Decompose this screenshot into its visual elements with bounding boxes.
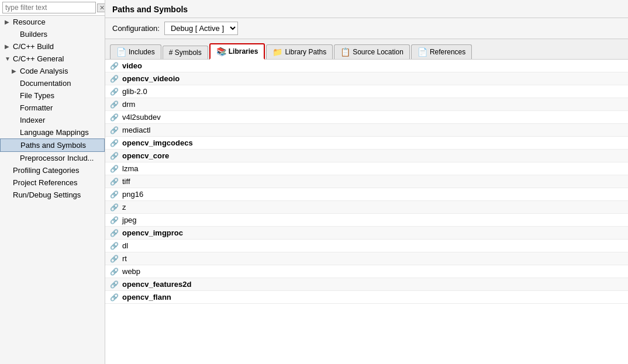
sidebar-item-run-debug-settings[interactable]: Run/Debug Settings [0, 189, 105, 201]
library-name: rt [122, 254, 127, 263]
sidebar-item-cpp-general[interactable]: ▼C/C++ General [0, 53, 105, 65]
library-name: png16 [122, 190, 143, 199]
list-item[interactable]: 🔗opencv_videoio [105, 72, 628, 85]
library-icon: 🔗 [110, 280, 119, 289]
sidebar-item-project-references[interactable]: Project References [0, 176, 105, 189]
filter-box: ✕ [0, 0, 105, 16]
library-icon: 🔗 [110, 152, 119, 160]
sidebar-item-language-mappings[interactable]: Language Mappings [0, 126, 105, 138]
library-icon: 🔗 [110, 113, 119, 122]
sidebar-item-label: Run/Debug Settings [13, 190, 81, 199]
sidebar-item-label: File Types [20, 91, 54, 100]
library-list: 🔗video🔗opencv_videoio🔗glib-2.0🔗drm🔗v4l2s… [105, 60, 628, 364]
library-name: webp [122, 267, 140, 276]
sidebar-item-label: C/C++ General [13, 54, 64, 63]
sidebar-item-file-types[interactable]: File Types [0, 89, 105, 102]
tab-references[interactable]: 📄References [411, 44, 472, 59]
sidebar-item-code-analysis[interactable]: ▶Code Analysis [0, 65, 105, 77]
library-icon: 🔗 [110, 229, 119, 237]
sidebar-item-formatter[interactable]: Formatter [0, 102, 105, 114]
source-location-tab-icon: 📋 [340, 47, 350, 57]
sidebar-item-cpp-build[interactable]: ▶C/C++ Build [0, 40, 105, 53]
sidebar-item-documentation[interactable]: Documentation [0, 77, 105, 89]
list-item[interactable]: 🔗opencv_imgcodecs [105, 137, 628, 150]
sidebar-item-builders[interactable]: Builders [0, 28, 105, 40]
list-item[interactable]: 🔗opencv_features2d [105, 278, 628, 291]
library-icon: 🔗 [110, 139, 119, 147]
library-name: opencv_flann [122, 293, 171, 301]
expand-icon: ▼ [5, 56, 11, 62]
filter-input[interactable] [2, 2, 96, 13]
tab-symbols[interactable]: # Symbols [163, 46, 208, 59]
tabs-bar: 📄Includes# Symbols📚Libraries📁Library Pat… [105, 39, 628, 60]
library-name: jpeg [122, 216, 137, 224]
list-item[interactable]: 🔗jpeg [105, 214, 628, 227]
library-name: opencv_videoio [122, 74, 180, 83]
sidebar-item-label: Builders [20, 30, 47, 39]
list-item[interactable]: 🔗opencv_imgproc [105, 227, 628, 240]
list-item[interactable]: 🔗opencv_core [105, 150, 628, 162]
library-icon: 🔗 [110, 268, 119, 276]
references-tab-icon: 📄 [417, 47, 427, 57]
sidebar-item-resource[interactable]: ▶Resource [0, 16, 105, 28]
source-location-tab-label: Source Location [353, 48, 403, 56]
sidebar-item-label: C/C++ Build [13, 42, 54, 51]
library-icon: 🔗 [110, 190, 119, 199]
expand-icon: ▶ [5, 43, 11, 50]
library-icon: 🔗 [110, 255, 119, 263]
sidebar-item-profiling-categories[interactable]: Profiling Categories [0, 164, 105, 176]
libraries-tab-label: Libraries [229, 47, 258, 56]
library-icon: 🔗 [110, 216, 119, 224]
tab-includes[interactable]: 📄Includes [110, 44, 161, 59]
list-item[interactable]: 🔗rt [105, 252, 628, 265]
library-icon: 🔗 [110, 293, 119, 301]
list-item[interactable]: 🔗video [105, 60, 628, 72]
sidebar-tree: ▶ResourceBuilders▶C/C++ Build▼C/C++ Gene… [0, 16, 105, 201]
tab-libraries[interactable]: 📚Libraries [209, 43, 265, 60]
config-dropdown[interactable]: Debug [ Active ] [164, 22, 238, 35]
filter-clear-button[interactable]: ✕ [97, 4, 105, 12]
config-label: Configuration: [112, 24, 160, 33]
libraries-tab-icon: 📚 [216, 47, 226, 56]
library-name: opencv_core [122, 151, 169, 160]
page-title: Paths and Symbols [105, 0, 628, 18]
list-item[interactable]: 🔗mediactl [105, 124, 628, 137]
list-item[interactable]: 🔗tiff [105, 175, 628, 188]
library-icon: 🔗 [110, 165, 119, 173]
library-name: glib-2.0 [122, 87, 147, 96]
library-icon: 🔗 [110, 242, 119, 250]
tab-library-paths[interactable]: 📁Library Paths [266, 44, 333, 59]
list-item[interactable]: 🔗opencv_flann [105, 291, 628, 304]
list-item[interactable]: 🔗drm [105, 98, 628, 111]
library-icon: 🔗 [110, 62, 119, 70]
list-item[interactable]: 🔗glib-2.0 [105, 85, 628, 98]
sidebar-item-preprocessor-includes[interactable]: Preprocessor Includ... [0, 152, 105, 164]
library-paths-tab-label: Library Paths [285, 48, 326, 56]
sidebar-item-label: Formatter [20, 103, 53, 112]
list-item[interactable]: 🔗z [105, 201, 628, 214]
library-icon: 🔗 [110, 178, 119, 186]
sidebar: ✕ ▶ResourceBuilders▶C/C++ Build▼C/C++ Ge… [0, 0, 105, 364]
list-item[interactable]: 🔗webp [105, 265, 628, 278]
library-name: mediactl [122, 126, 150, 134]
list-item[interactable]: 🔗png16 [105, 188, 628, 201]
library-icon: 🔗 [110, 75, 119, 83]
symbols-tab-label: # Symbols [169, 48, 202, 57]
sidebar-item-label: Documentation [20, 79, 71, 88]
references-tab-label: References [430, 48, 465, 56]
sidebar-item-label: Language Mappings [20, 128, 89, 137]
list-item[interactable]: 🔗v4l2subdev [105, 111, 628, 124]
sidebar-item-label: Preprocessor Includ... [20, 154, 94, 162]
sidebar-item-paths-and-symbols[interactable]: Paths and Symbols [0, 138, 105, 152]
list-item[interactable]: 🔗dl [105, 240, 628, 252]
library-name: tiff [122, 177, 130, 186]
library-paths-tab-icon: 📁 [272, 47, 282, 57]
tab-source-location[interactable]: 📋Source Location [334, 44, 410, 59]
list-item[interactable]: 🔗lzma [105, 162, 628, 175]
library-name: v4l2subdev [122, 113, 161, 122]
includes-tab-label: Includes [129, 48, 155, 56]
sidebar-item-indexer[interactable]: Indexer [0, 114, 105, 126]
library-icon: 🔗 [110, 203, 119, 212]
sidebar-item-label: Code Analysis [20, 67, 68, 75]
library-name: opencv_imgcodecs [122, 138, 193, 147]
